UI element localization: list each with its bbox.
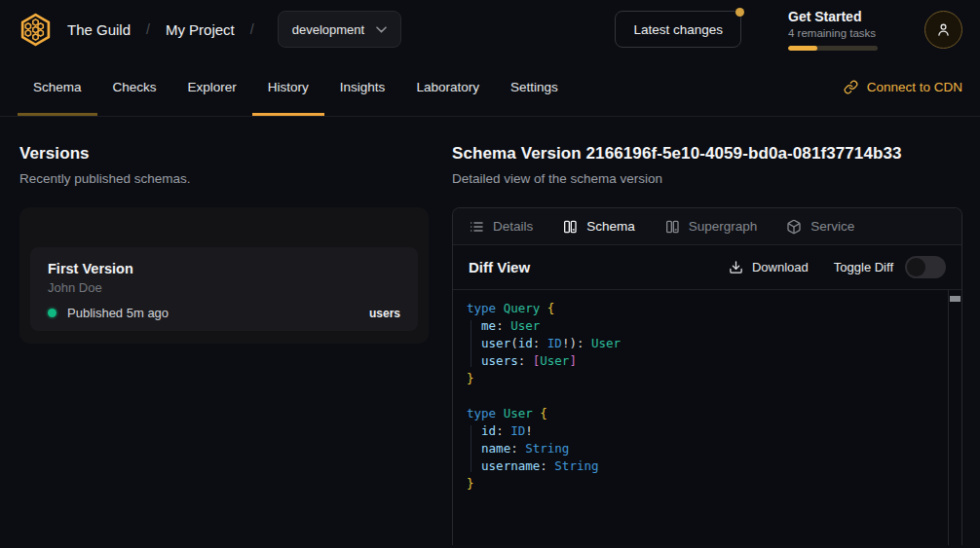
toggle-diff-switch[interactable] [905, 256, 946, 278]
notification-dot [735, 8, 744, 17]
tab-supergraph[interactable]: Supergraph [664, 219, 758, 235]
code-line: username: String [467, 457, 946, 475]
breadcrumb-separator: / [146, 21, 150, 37]
tab-label: Checks [113, 80, 157, 94]
breadcrumb: The Guild / My Project / development [18, 11, 401, 48]
toggle-diff-label: Toggle Diff [834, 260, 893, 274]
schema-version-detail-box: Details Schema [452, 207, 962, 545]
switch-knob [907, 258, 925, 276]
schema-code-editor[interactable]: type Query { me: User user(id: ID!): Use… [453, 290, 961, 545]
nav-spacer [574, 58, 844, 116]
tab-label: Laboratory [416, 80, 479, 94]
indent-guide [471, 320, 471, 367]
tab-settings[interactable]: Settings [495, 58, 574, 116]
scrollbar-thumb[interactable] [950, 296, 961, 302]
editor-scrollbar[interactable] [948, 290, 961, 545]
code-block: type Query { me: User user(id: ID!): Use… [467, 300, 946, 493]
tab-schema-view[interactable]: Schema [562, 219, 635, 235]
list-icon [469, 219, 484, 235]
columns-icon [664, 219, 680, 235]
user-avatar[interactable] [924, 11, 962, 49]
tab-details[interactable]: Details [469, 219, 533, 235]
schema-version-subtitle: Detailed view of the schema version [452, 171, 962, 186]
code-line: type User { [467, 405, 946, 422]
tab-label: History [268, 80, 309, 94]
tab-label: Insights [340, 80, 386, 94]
breadcrumb-org[interactable]: The Guild [67, 21, 131, 38]
tab-explorer[interactable]: Explorer [172, 58, 252, 116]
code-line: } [467, 475, 946, 493]
tab-label: Schema [33, 80, 82, 94]
code-line: users: [User] [467, 352, 946, 370]
environment-selector-label: development [292, 22, 364, 37]
version-status-text: Published 5m ago [67, 306, 169, 320]
download-button[interactable]: Download [729, 260, 809, 274]
detail-tabs: Details Schema [453, 208, 961, 245]
versions-list: First Version John Doe Published 5m ago … [19, 207, 429, 344]
schema-version-title: Schema Version 2166196f-5e10-4059-bd0a-0… [452, 144, 962, 164]
versions-subtitle: Recently published schemas. [19, 171, 429, 186]
version-author: John Doe [48, 280, 400, 295]
link-icon [844, 80, 858, 94]
service-name-badge: users [369, 307, 400, 320]
diff-view-header: Diff View Download Toggle Diff [453, 245, 961, 290]
chevron-down-icon [376, 26, 387, 33]
get-started-widget[interactable]: Get Started 4 remaining tasks [788, 9, 878, 51]
connect-to-cdn-link[interactable]: Connect to CDN [844, 58, 962, 116]
version-list-item[interactable]: First Version John Doe Published 5m ago … [30, 247, 418, 331]
latest-changes-label: Latest changes [633, 22, 723, 37]
code-line: } [467, 370, 946, 387]
tab-service[interactable]: Service [786, 219, 854, 235]
latest-changes-button[interactable]: Latest changes [615, 11, 741, 48]
tab-label: Schema [586, 219, 635, 234]
tab-label: Explorer [188, 80, 237, 94]
tab-laboratory[interactable]: Laboratory [400, 58, 495, 116]
tab-label: Settings [510, 80, 558, 94]
tab-label: Supergraph [689, 219, 758, 234]
code-line: id: ID! [467, 422, 946, 440]
tab-history[interactable]: History [252, 58, 324, 116]
tab-insights[interactable]: Insights [324, 58, 401, 116]
columns-icon [562, 219, 578, 235]
tab-label: Details [493, 219, 533, 234]
progress-fill [788, 46, 817, 51]
version-name: First Version [48, 261, 400, 276]
download-icon [729, 260, 743, 274]
toggle-diff-control: Toggle Diff [834, 256, 946, 278]
connect-to-cdn-label: Connect to CDN [867, 80, 962, 94]
code-line: type Query { [467, 300, 946, 317]
diff-view-title: Diff View [469, 259, 530, 275]
hive-logo-icon[interactable] [18, 12, 54, 48]
tab-checks[interactable]: Checks [97, 58, 172, 116]
get-started-subtitle: 4 remaining tasks [788, 27, 878, 39]
breadcrumb-project[interactable]: My Project [166, 21, 235, 38]
code-line: me: User [467, 317, 946, 335]
published-status-dot [48, 309, 57, 317]
indent-guide [471, 425, 471, 472]
version-status-row: Published 5m ago users [48, 306, 400, 320]
app-header: The Guild / My Project / development Lat… [0, 0, 980, 58]
versions-panel: Versions Recently published schemas. Fir… [19, 144, 429, 545]
code-line: user(id: ID!): User [467, 335, 946, 352]
get-started-title: Get Started [788, 9, 878, 24]
header-actions: Latest changes Get Started 4 remaining t… [615, 9, 962, 51]
tab-schema[interactable]: Schema [18, 58, 97, 116]
get-started-progressbar [788, 46, 878, 51]
environment-selector[interactable]: development [278, 11, 401, 48]
tab-label: Service [810, 219, 854, 234]
schema-version-panel: Schema Version 2166196f-5e10-4059-bd0a-0… [452, 144, 962, 545]
person-icon [935, 21, 952, 38]
diff-actions: Download Toggle Diff [729, 256, 946, 278]
versions-title: Versions [19, 144, 429, 164]
code-line: name: String [467, 440, 946, 457]
main-nav: Schema Checks Explorer History Insights … [0, 58, 980, 117]
cube-icon [786, 219, 802, 235]
download-label: Download [752, 260, 809, 274]
breadcrumb-separator: / [250, 21, 254, 37]
code-line [467, 387, 946, 405]
main-content: Versions Recently published schemas. Fir… [0, 117, 980, 545]
